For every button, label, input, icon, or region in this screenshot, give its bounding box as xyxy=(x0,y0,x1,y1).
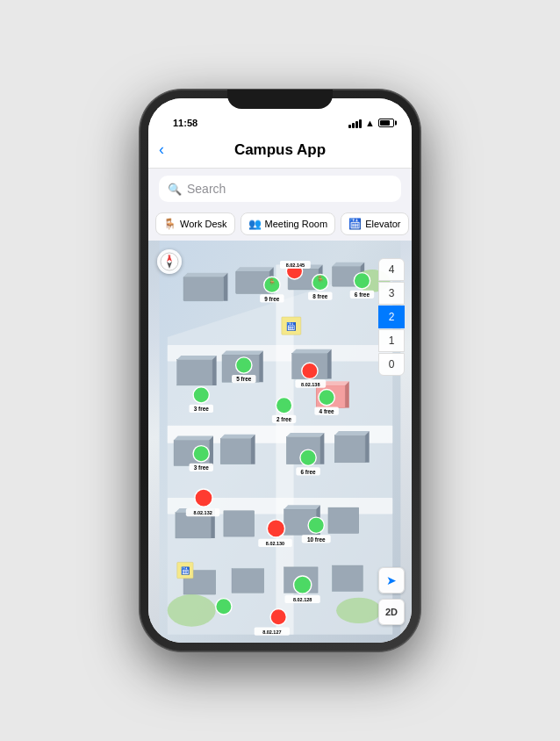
svg-marker-25 xyxy=(259,350,263,382)
svg-text:🛗: 🛗 xyxy=(181,566,190,576)
search-bar[interactable]: 🔍 Search xyxy=(159,176,401,202)
search-placeholder: Search xyxy=(187,182,226,196)
svg-marker-37 xyxy=(251,435,255,464)
filter-tabs: 🪑 Work Desk 👥 Meeting Room 🛗 Elevator xyxy=(148,209,412,241)
search-icon: 🔍 xyxy=(168,183,182,196)
svg-point-58 xyxy=(336,598,381,623)
svg-text:10 free: 10 free xyxy=(307,536,326,543)
svg-text:2 free: 2 free xyxy=(276,416,292,422)
svg-point-109 xyxy=(270,609,286,625)
svg-text:5 free: 5 free xyxy=(236,376,252,382)
svg-point-108 xyxy=(216,599,232,615)
svg-text:8.02.145: 8.02.145 xyxy=(286,263,305,268)
svg-point-99 xyxy=(267,520,284,537)
svg-rect-35 xyxy=(220,438,251,464)
svg-marker-36 xyxy=(220,435,255,439)
phone-frame: 11:58 ▲ ‹ Campus App 🔍 xyxy=(140,90,420,651)
svg-marker-33 xyxy=(174,436,213,441)
signal-icon xyxy=(348,119,362,128)
svg-marker-28 xyxy=(327,349,332,379)
svg-rect-47 xyxy=(224,511,255,536)
svg-text:6 free: 6 free xyxy=(355,291,370,298)
location-button[interactable]: ➤ xyxy=(378,567,405,594)
status-icons: ▲ xyxy=(348,118,394,128)
phone-screen: 11:58 ▲ ‹ Campus App 🔍 xyxy=(148,98,412,643)
svg-text:6 free: 6 free xyxy=(301,469,317,475)
svg-point-81 xyxy=(193,387,209,403)
floor-2-button[interactable]: 2 xyxy=(378,306,405,328)
svg-point-84 xyxy=(276,398,291,414)
svg-marker-49 xyxy=(284,505,320,509)
svg-marker-21 xyxy=(177,356,217,360)
notch xyxy=(227,90,333,109)
svg-rect-6 xyxy=(183,277,224,300)
svg-marker-40 xyxy=(320,433,325,464)
svg-marker-24 xyxy=(222,350,263,355)
svg-text:8.02.132: 8.02.132 xyxy=(193,510,212,515)
svg-text:3 free: 3 free xyxy=(194,406,210,412)
svg-point-69 xyxy=(354,273,370,289)
svg-marker-8 xyxy=(224,273,228,301)
svg-marker-34 xyxy=(209,436,213,466)
filter-meeting-room-label: Meeting Room xyxy=(265,219,328,229)
back-button[interactable]: ‹ xyxy=(159,140,164,159)
meeting-room-icon: 👥 xyxy=(248,218,262,230)
svg-text:8 free: 8 free xyxy=(312,293,328,299)
map-svg: 🛗 xyxy=(148,241,412,643)
map-area[interactable]: 🛗 xyxy=(148,241,412,643)
filter-meeting-room[interactable]: 👥 Meeting Room xyxy=(241,212,336,235)
svg-text:3 free: 3 free xyxy=(194,464,210,471)
svg-text:🛗: 🛗 xyxy=(286,321,297,332)
nav-title: Campus App xyxy=(234,141,326,159)
elevator-icon: 🛗 xyxy=(348,218,362,230)
svg-marker-42 xyxy=(334,431,369,435)
svg-point-102 xyxy=(308,517,324,533)
floor-3-button[interactable]: 3 xyxy=(378,282,405,305)
svg-point-78 xyxy=(302,363,318,378)
work-desk-icon: 🪑 xyxy=(163,218,176,230)
compass[interactable]: N xyxy=(157,249,182,274)
svg-text:8.02.128: 8.02.128 xyxy=(293,597,312,602)
svg-rect-51 xyxy=(328,507,359,533)
svg-text:🪑: 🪑 xyxy=(317,276,324,283)
filter-elevator[interactable]: 🛗 Elevator xyxy=(341,212,408,235)
svg-text:🪑: 🪑 xyxy=(269,278,276,285)
filter-elevator-label: Elevator xyxy=(365,219,400,229)
floor-0-button[interactable]: 0 xyxy=(378,353,405,376)
svg-text:9 free: 9 free xyxy=(264,296,280,302)
view-2d-button[interactable]: 2D xyxy=(378,599,405,625)
svg-text:N: N xyxy=(169,254,171,258)
battery-icon xyxy=(378,119,394,127)
svg-point-75 xyxy=(236,357,252,373)
filter-work-desk[interactable]: 🪑 Work Desk xyxy=(155,212,235,235)
search-container: 🔍 Search xyxy=(148,169,412,209)
svg-point-87 xyxy=(319,389,334,405)
wifi-icon: ▲ xyxy=(365,118,375,128)
floor-4-button[interactable]: 4 xyxy=(378,258,405,281)
svg-marker-43 xyxy=(365,431,370,463)
svg-marker-16 xyxy=(333,263,365,267)
svg-marker-10 xyxy=(236,267,274,271)
map-controls: ➤ 2D xyxy=(378,567,405,625)
svg-text:8.02.130: 8.02.130 xyxy=(266,541,284,546)
nav-bar: ‹ Campus App xyxy=(148,132,412,169)
floor-1-button[interactable]: 1 xyxy=(378,329,405,352)
svg-rect-20 xyxy=(177,360,212,385)
svg-text:8.02.127: 8.02.127 xyxy=(262,629,281,635)
svg-point-57 xyxy=(168,594,216,627)
filter-work-desk-label: Work Desk xyxy=(180,219,227,229)
svg-point-105 xyxy=(294,576,312,594)
svg-marker-31 xyxy=(345,381,349,407)
floor-selector: 4 3 2 1 0 xyxy=(378,258,405,376)
svg-rect-41 xyxy=(334,435,365,463)
svg-point-93 xyxy=(300,450,316,465)
svg-marker-27 xyxy=(292,349,332,354)
svg-rect-55 xyxy=(333,565,363,591)
svg-marker-39 xyxy=(286,433,324,437)
svg-marker-22 xyxy=(212,356,217,385)
svg-point-90 xyxy=(193,446,209,462)
svg-rect-53 xyxy=(232,569,264,593)
status-time: 11:58 xyxy=(166,118,197,128)
svg-point-96 xyxy=(195,489,212,507)
svg-marker-7 xyxy=(183,273,227,277)
